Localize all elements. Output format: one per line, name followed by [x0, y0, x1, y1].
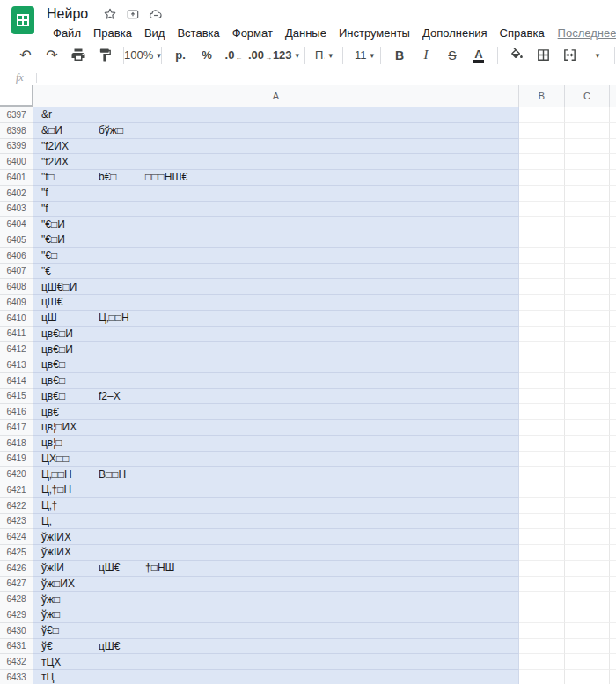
cell-c[interactable] [565, 561, 610, 577]
row-header[interactable]: 6410 [0, 311, 33, 327]
cell-a-selected[interactable]: Ц‚ [33, 514, 519, 530]
zoom-select[interactable]: 100% ▾ [132, 45, 153, 66]
cell-d[interactable] [610, 436, 616, 452]
cell-d[interactable] [610, 357, 616, 373]
cell-a-selected[interactable]: цв€□f2–X [33, 389, 519, 405]
column-header-c[interactable]: C [565, 85, 610, 107]
cell-d[interactable] [610, 107, 616, 123]
cell-a-selected[interactable]: цв¦□ИХ [33, 420, 519, 436]
last-edit-link[interactable]: Последнее измене [558, 26, 616, 40]
cell-c[interactable] [565, 436, 610, 452]
cell-d[interactable] [610, 452, 616, 467]
cell-b[interactable] [519, 107, 565, 123]
cell-c[interactable] [565, 186, 610, 202]
row-header[interactable]: 6429 [0, 607, 33, 623]
cell-c[interactable] [565, 607, 610, 623]
cell-a-selected[interactable]: ў€□ [33, 623, 519, 639]
cell-b[interactable] [519, 389, 565, 405]
menu-item-5[interactable]: Формат [226, 25, 279, 41]
row-header[interactable]: 6426 [0, 561, 33, 577]
row-header[interactable]: 6404 [0, 217, 33, 232]
percent-format-button[interactable]: % [196, 45, 217, 66]
cell-c[interactable] [565, 529, 610, 545]
cell-a-selected[interactable]: ўж□ИХ [33, 577, 519, 592]
menu-item-8[interactable]: Дополнения [416, 25, 494, 41]
cell-b[interactable] [519, 154, 565, 170]
cell-a-selected[interactable]: "f□b€□□□□НШ€ [33, 170, 519, 186]
cell-b[interactable] [519, 482, 565, 498]
cell-c[interactable] [565, 452, 610, 467]
cell-a-selected[interactable]: цШ€□И [33, 279, 519, 295]
column-header-d[interactable] [610, 85, 616, 107]
cell-c[interactable] [565, 592, 610, 607]
cell-b[interactable] [519, 561, 565, 577]
cell-a-selected[interactable]: &□Ибўж□ [33, 123, 519, 139]
cell-c[interactable] [565, 639, 610, 655]
cell-c[interactable] [565, 248, 610, 264]
cloud-status-icon[interactable] [149, 7, 163, 21]
font-size-select[interactable]: 11 ▾ [351, 45, 372, 66]
cell-c[interactable] [565, 279, 610, 295]
paint-format-icon[interactable] [94, 45, 115, 66]
cell-a-selected[interactable]: цв€□ [33, 357, 519, 373]
cell-d[interactable] [610, 248, 616, 264]
cell-d[interactable] [610, 279, 616, 295]
cell-b[interactable] [519, 514, 565, 530]
cell-b[interactable] [519, 202, 565, 217]
cell-d[interactable] [610, 529, 616, 545]
cell-d[interactable] [610, 139, 616, 155]
cell-b[interactable] [519, 232, 565, 248]
cell-c[interactable] [565, 170, 610, 186]
cell-b[interactable] [519, 170, 565, 186]
cell-a-selected[interactable]: цШЦ‚□□Н [33, 311, 519, 327]
font-family-select[interactable]: По умолча... ▾ [313, 45, 334, 66]
row-header[interactable]: 6400 [0, 154, 33, 170]
cell-d[interactable] [610, 217, 616, 232]
cell-c[interactable] [565, 389, 610, 405]
cell-d[interactable] [610, 404, 616, 420]
cell-c[interactable] [565, 670, 610, 684]
cell-c[interactable] [565, 467, 610, 482]
column-header-b[interactable]: B [519, 85, 565, 107]
row-header[interactable]: 6406 [0, 248, 33, 264]
cell-b[interactable] [519, 467, 565, 482]
menu-item-4[interactable]: Вставка [171, 25, 225, 41]
cell-b[interactable] [519, 311, 565, 327]
row-header[interactable]: 6408 [0, 279, 33, 295]
cell-a-selected[interactable]: Ц‚†□Н [33, 482, 519, 498]
cell-b[interactable] [519, 327, 565, 342]
cell-d[interactable] [610, 561, 616, 577]
row-header[interactable]: 6427 [0, 577, 33, 592]
row-header[interactable]: 6423 [0, 514, 33, 530]
undo-icon[interactable]: ↶ [15, 45, 36, 66]
cell-b[interactable] [519, 342, 565, 357]
menu-item-3[interactable]: Вид [138, 25, 172, 41]
currency-format-button[interactable]: р. [170, 45, 191, 66]
cell-d[interactable] [610, 264, 616, 280]
cell-a-selected[interactable]: Ц‚† [33, 498, 519, 514]
cell-c[interactable] [565, 295, 610, 311]
sheets-logo[interactable] [11, 6, 34, 34]
cell-c[interactable] [565, 420, 610, 436]
cell-b[interactable] [519, 217, 565, 232]
cell-b[interactable] [519, 529, 565, 545]
menu-item-1[interactable]: Файл [47, 25, 87, 41]
cell-c[interactable] [565, 498, 610, 514]
cell-b[interactable] [519, 545, 565, 561]
cell-d[interactable] [610, 327, 616, 342]
cell-c[interactable] [565, 404, 610, 420]
row-header[interactable]: 6399 [0, 139, 33, 155]
cell-a-selected[interactable]: ўжIИХ [33, 529, 519, 545]
cell-c[interactable] [565, 514, 610, 530]
cell-c[interactable] [565, 202, 610, 217]
bold-button[interactable]: B [389, 45, 410, 66]
cell-b[interactable] [519, 654, 565, 670]
cell-b[interactable] [519, 436, 565, 452]
row-header[interactable]: 6418 [0, 436, 33, 452]
row-header[interactable]: 6433 [0, 670, 33, 684]
cell-d[interactable] [610, 545, 616, 561]
cell-c[interactable] [565, 654, 610, 670]
row-header[interactable]: 6407 [0, 264, 33, 280]
fill-color-icon[interactable] [506, 45, 527, 66]
cell-a-selected[interactable]: "f [33, 202, 519, 217]
